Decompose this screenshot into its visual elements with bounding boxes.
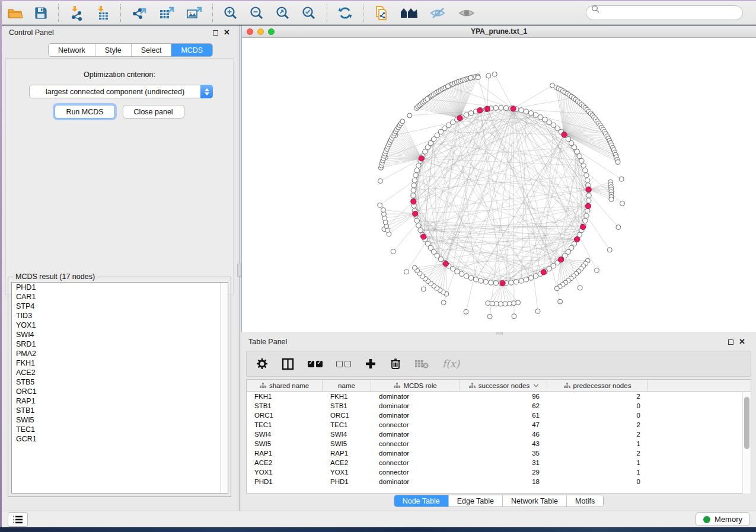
column-layout-button[interactable] [282,358,294,370]
vertical-splitter-handle[interactable] [237,264,241,277]
network-leaf-node[interactable] [381,207,385,212]
table-cell[interactable]: dominator [371,431,460,438]
tab-motifs[interactable]: Motifs [567,495,603,507]
network-node[interactable] [468,111,473,116]
network-leaf-node[interactable] [391,249,395,254]
network-node[interactable] [499,105,503,110]
table-cell[interactable]: 2 [547,450,648,457]
network-node[interactable] [528,275,533,280]
network-node[interactable] [503,105,508,110]
mcds-result-item[interactable]: FKH1 [12,358,228,368]
network-node[interactable] [493,281,498,286]
network-leaf-node[interactable] [620,201,625,206]
network-leaf-node[interactable] [487,314,492,319]
table-cell[interactable]: ACE2 [247,459,323,466]
network-leaf-node[interactable] [558,299,563,304]
delete-column-button[interactable] [390,358,401,370]
network-leaf-node[interactable] [486,301,490,306]
network-node[interactable] [579,158,584,163]
deselect-all-button[interactable] [336,361,351,367]
table-cell[interactable]: SWI5 [247,440,323,447]
table-cell[interactable]: PHD1 [323,478,371,485]
table-cell[interactable]: RAP1 [247,450,323,457]
network-node[interactable] [464,274,468,278]
network-leaf-node[interactable] [511,301,516,306]
function-builder-button[interactable]: f(x) [442,358,460,370]
zoom-in-button[interactable] [218,4,244,23]
network-leaf-node[interactable] [476,75,480,80]
mcds-node[interactable] [421,234,426,239]
network-node[interactable] [519,278,524,283]
mcds-node[interactable] [477,108,483,113]
mcds-result-item[interactable]: SWI4 [12,330,228,339]
mcds-result-item[interactable]: ORC1 [12,387,228,396]
mcds-node[interactable] [562,132,567,137]
mcds-node[interactable] [558,257,563,262]
network-node[interactable] [575,149,579,154]
network-leaf-node[interactable] [468,75,473,80]
mcds-node[interactable] [500,280,505,286]
table-cell[interactable]: dominator [371,402,460,409]
table-cell[interactable]: 0 [547,402,648,409]
mcds-node[interactable] [585,203,591,209]
add-column-button[interactable] [365,358,377,370]
network-node[interactable] [416,163,421,168]
network-leaf-node[interactable] [516,300,521,305]
network-node[interactable] [585,178,590,182]
mcds-result-item[interactable]: STB1 [12,406,228,415]
table-row[interactable]: RAP1RAP1dominator352 [247,448,751,458]
select-all-button[interactable] [308,361,323,367]
save-session-button[interactable] [28,4,53,23]
network-leaf-node[interactable] [619,177,624,181]
network-node[interactable] [524,277,528,282]
task-history-button[interactable] [8,512,28,527]
mcds-result-item[interactable]: ACE2 [12,368,228,377]
mcds-result-list[interactable]: PHD1CAR1STP4TID3YOX1SWI4SRD1PMA2FKH1ACE2… [11,282,228,493]
network-node[interactable] [468,275,473,280]
mcds-result-item[interactable]: CAR1 [12,292,228,302]
table-row[interactable]: SWI4SWI4dominator462 [247,430,751,439]
table-row[interactable]: TEC1TEC1connector472 [247,420,751,430]
tab-network-table[interactable]: Network Table [503,495,567,507]
table-row[interactable]: YOX1YOX1connector291 [247,467,751,477]
table-cell[interactable]: FKH1 [247,393,323,400]
import-network-button[interactable] [63,4,90,23]
first-neighbors-button[interactable] [394,4,424,23]
table-cell[interactable]: dominator [371,450,460,457]
network-leaf-node[interactable] [615,159,620,164]
float-panel-icon[interactable] [213,30,218,36]
table-cell[interactable]: dominator [371,478,460,485]
table-cell[interactable]: 43 [460,440,547,447]
mcds-result-item[interactable]: RAP1 [12,396,228,406]
mcds-result-item[interactable]: PMA2 [12,349,228,358]
float-panel-icon[interactable] [728,339,733,345]
network-leaf-node[interactable] [407,113,412,118]
tab-mcds[interactable]: MCDS [171,44,212,56]
refresh-button[interactable] [332,4,358,23]
table-cell[interactable]: TEC1 [323,421,371,428]
network-leaf-node[interactable] [464,309,468,314]
table-cell[interactable]: ACE2 [323,459,371,466]
network-node[interactable] [412,178,417,182]
table-cell[interactable]: 35 [460,450,547,457]
network-leaf-node[interactable] [578,286,582,290]
network-node[interactable] [577,153,582,158]
table-cell[interactable]: 0 [547,412,648,419]
network-node[interactable] [584,173,589,178]
mcds-result-item[interactable]: GCR1 [12,434,228,444]
mcds-list-scrollbar[interactable] [220,283,228,493]
network-node[interactable] [538,115,543,120]
tab-node-table[interactable]: Node Table [394,495,449,507]
table-cell[interactable]: 2 [547,421,648,428]
mcds-node[interactable] [541,270,546,275]
network-leaf-node[interactable] [512,314,516,319]
memory-button[interactable]: Memory [696,512,750,526]
settings-gear-button[interactable] [256,358,268,370]
network-canvas[interactable] [242,38,755,331]
network-node[interactable] [533,274,538,278]
mcds-node[interactable] [575,236,580,242]
network-leaf-node[interactable] [445,84,450,89]
network-node[interactable] [586,193,591,198]
table-cell[interactable]: PHD1 [247,478,323,485]
network-leaf-node[interactable] [421,287,426,291]
